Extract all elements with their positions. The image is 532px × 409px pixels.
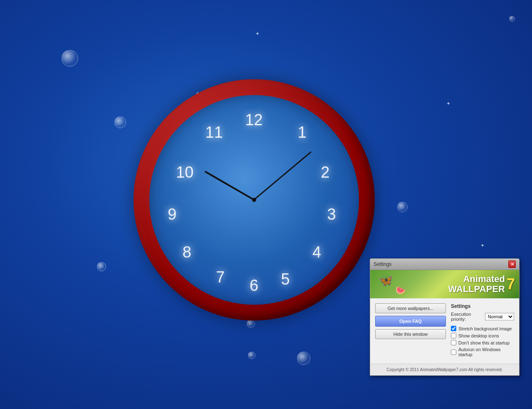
settings-footer: Copyright © 2011 AnimatedWallpaper7.com … — [370, 364, 519, 375]
sparkle-decoration: ✦ — [480, 243, 485, 248]
banner-logo-line1: Animated — [448, 274, 505, 284]
settings-buttons-panel: Get more wallpapers... Open FAQ Hide thi… — [375, 303, 446, 359]
bubble-decoration — [97, 262, 106, 271]
stretch-background-checkbox[interactable] — [451, 326, 456, 331]
clock-face: 12 1 2 3 4 5 6 7 8 9 10 11 — [149, 95, 359, 305]
autorun-row: Autorun on Windows startup — [451, 347, 514, 357]
clock-hands — [165, 111, 343, 289]
settings-banner: 🦋 🍉 Animated WALLPAPER 7 — [370, 270, 519, 298]
copyright-text: Copyright © 2011 AnimatedWallpaper7.com … — [386, 367, 502, 372]
settings-options-panel: Settings Execution priority: Normal Low … — [451, 303, 514, 359]
bubble-decoration — [247, 320, 255, 328]
butterfly-icon: 🦋 — [379, 273, 393, 287]
clock-center-dot — [252, 198, 256, 202]
stretch-background-label[interactable]: Stretch background image — [458, 326, 512, 331]
show-desktop-icons-checkbox[interactable] — [451, 333, 456, 338]
autorun-checkbox[interactable] — [451, 350, 456, 355]
clock-widget: 12 1 2 3 4 5 6 7 8 9 10 11 — [134, 79, 375, 320]
sparkle-decoration: ✦ — [255, 31, 260, 37]
show-desktop-icons-label[interactable]: Show desktop icons — [458, 333, 499, 338]
settings-title: Settings — [374, 261, 391, 267]
banner-logo-line2: WALLPAPER — [448, 284, 505, 294]
bubble-decoration — [397, 202, 408, 212]
settings-titlebar: Settings ✕ — [370, 259, 519, 270]
bubble-decoration — [62, 50, 78, 67]
settings-window: Settings ✕ 🦋 🍉 Animated WALLPAPER 7 Get … — [370, 258, 520, 376]
dont-show-startup-row: Don't show this at startup — [451, 340, 514, 345]
autorun-label[interactable]: Autorun on Windows startup — [458, 347, 514, 357]
bubble-decoration — [248, 352, 255, 359]
open-faq-button[interactable]: Open FAQ — [375, 316, 446, 327]
stretch-background-row: Stretch background image — [451, 326, 514, 331]
bubble-decoration — [114, 117, 126, 128]
sparkle-decoration: ✦ — [446, 101, 450, 107]
bubble-decoration — [509, 16, 515, 22]
bubble-decoration — [297, 352, 310, 365]
dont-show-startup-checkbox[interactable] — [451, 340, 456, 345]
show-desktop-icons-row: Show desktop icons — [451, 333, 514, 338]
watermelon-icon: 🍉 — [395, 285, 406, 296]
banner-logo-number: 7 — [507, 275, 515, 293]
get-more-wallpapers-button[interactable]: Get more wallpapers... — [375, 303, 446, 313]
hide-window-button[interactable]: Hide this window — [375, 329, 446, 339]
dont-show-startup-label[interactable]: Don't show this at startup — [458, 340, 510, 345]
priority-row: Execution priority: Normal Low High — [451, 312, 514, 322]
priority-label: Execution priority: — [451, 312, 483, 322]
settings-body: Get more wallpapers... Open FAQ Hide thi… — [370, 298, 519, 364]
priority-select[interactable]: Normal Low High — [485, 313, 514, 320]
clock-minute-hand — [254, 151, 312, 200]
settings-section-label: Settings — [451, 303, 514, 309]
close-button[interactable]: ✕ — [508, 260, 516, 268]
clock-hour-hand — [204, 171, 255, 201]
